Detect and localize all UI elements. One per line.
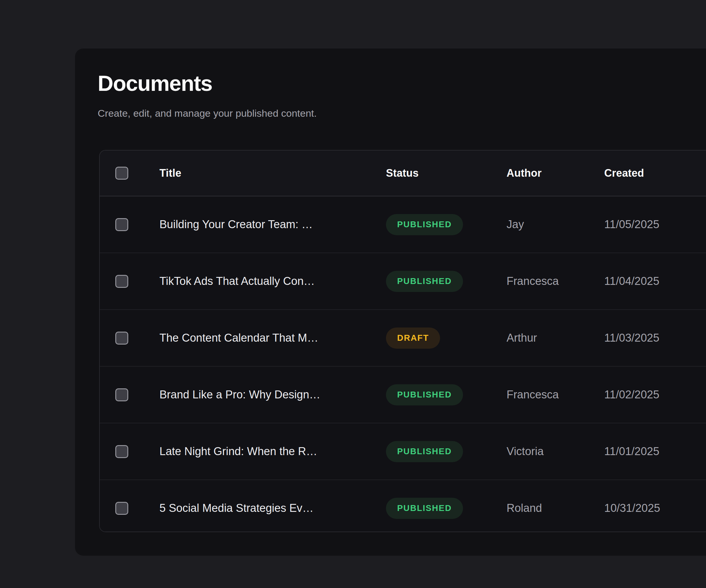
document-title-cell[interactable]: 5 Social Media Strategies Ev… [159,502,386,514]
row-checkbox[interactable] [115,502,128,515]
documents-table: Title Status Author Created Building You… [99,150,706,532]
document-title-cell[interactable]: TikTok Ads That Actually Con… [159,275,386,288]
document-author: Francesca [507,275,604,288]
document-created: 11/04/2025 [604,275,706,288]
document-created: 10/31/2025 [604,502,706,514]
row-checkbox[interactable] [115,388,128,401]
document-status-cell: PUBLISHED [386,214,507,235]
row-checkbox-cell [115,218,159,231]
table-row[interactable]: Late Night Grind: When the R… PUBLISHED … [100,423,706,480]
document-status-cell: PUBLISHED [386,271,507,292]
column-header-author: Author [507,167,542,179]
document-title-cell[interactable]: Brand Like a Pro: Why Design… [159,388,386,401]
document-title-cell[interactable]: Late Night Grind: When the R… [159,445,386,458]
document-author: Roland [507,502,604,514]
status-badge: PUBLISHED [386,271,463,292]
header-status-cell: Status [386,167,507,179]
table-header-row: Title Status Author Created [100,151,706,196]
row-checkbox-cell [115,332,159,345]
document-title: Late Night Grind: When the R… [159,445,317,458]
document-author: Francesca [507,388,604,401]
document-created: 11/01/2025 [604,445,706,458]
document-status-cell: PUBLISHED [386,384,507,406]
table-row[interactable]: TikTok Ads That Actually Con… PUBLISHED … [100,253,706,310]
document-status-cell: PUBLISHED [386,498,507,519]
status-badge: PUBLISHED [386,441,463,462]
document-status-cell: DRAFT [386,328,507,349]
document-author: Arthur [507,332,604,344]
document-author: Jay [507,218,604,231]
table-row[interactable]: 5 Social Media Strategies Ev… PUBLISHED … [100,480,706,532]
document-title: TikTok Ads That Actually Con… [159,275,315,287]
column-header-created: Created [604,167,644,179]
document-title: 5 Social Media Strategies Ev… [159,502,314,514]
documents-card: Documents Create, edit, and manage your … [75,48,706,556]
document-created: 11/05/2025 [604,218,706,231]
row-checkbox-cell [115,502,159,515]
status-badge: PUBLISHED [386,384,463,406]
header-created-cell: Created [604,167,706,179]
row-checkbox-cell [115,388,159,401]
document-title-cell[interactable]: The Content Calendar That M… [159,332,386,344]
status-badge: PUBLISHED [386,214,463,235]
document-created: 11/03/2025 [604,332,706,344]
table-body: Building Your Creator Team: … PUBLISHED … [100,196,706,532]
document-title: The Content Calendar That M… [159,332,318,344]
table-row[interactable]: The Content Calendar That M… DRAFT Arthu… [100,310,706,367]
row-checkbox-cell [115,275,159,288]
header-title-cell: Title [159,167,386,179]
document-created: 11/02/2025 [604,388,706,401]
table-row[interactable]: Brand Like a Pro: Why Design… PUBLISHED … [100,367,706,423]
document-title: Building Your Creator Team: … [159,218,313,230]
header-author-cell: Author [507,167,604,179]
header-checkbox-cell [115,167,159,180]
column-header-title: Title [159,167,181,179]
table-row[interactable]: Building Your Creator Team: … PUBLISHED … [100,196,706,253]
column-header-status: Status [386,167,419,179]
status-badge: PUBLISHED [386,498,463,519]
page-subtitle: Create, edit, and manage your published … [97,107,317,119]
document-title-cell[interactable]: Building Your Creator Team: … [159,218,386,231]
row-checkbox[interactable] [115,332,128,345]
document-status-cell: PUBLISHED [386,441,507,462]
document-author: Victoria [507,445,604,458]
row-checkbox[interactable] [115,218,128,231]
row-checkbox-cell [115,445,159,458]
document-title: Brand Like a Pro: Why Design… [159,388,320,401]
status-badge: DRAFT [386,328,440,349]
page-title: Documents [97,73,212,94]
row-checkbox[interactable] [115,275,128,288]
select-all-checkbox[interactable] [115,167,128,180]
row-checkbox[interactable] [115,445,128,458]
